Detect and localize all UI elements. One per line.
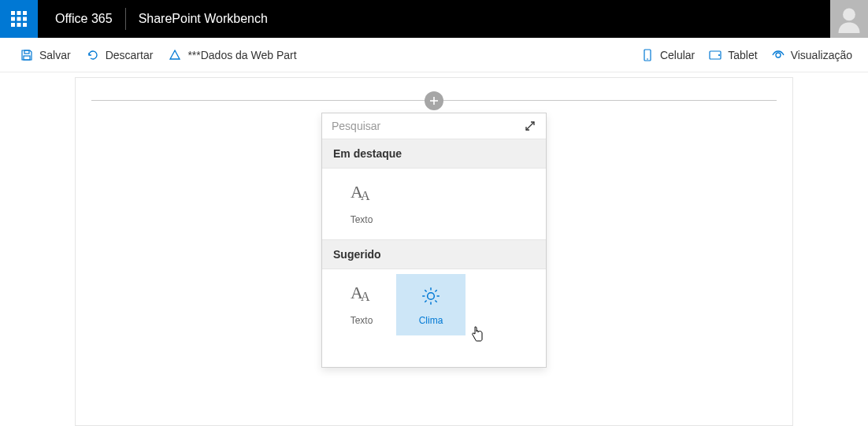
svg-point-15	[719, 54, 720, 55]
text-icon: AA	[349, 183, 374, 208]
svg-rect-8	[23, 23, 27, 27]
tablet-view-button[interactable]: Tablet	[709, 49, 757, 61]
svg-rect-11	[24, 50, 29, 54]
svg-rect-0	[11, 11, 15, 15]
svg-rect-2	[23, 11, 27, 15]
webpart-text-label: Texto	[351, 315, 373, 326]
text-icon: AA	[349, 283, 374, 309]
add-webpart-button[interactable]	[425, 91, 443, 110]
webpart-toolbox: Em destaque AA Texto Sugerido AA Texto	[321, 113, 547, 368]
mobile-icon	[641, 49, 654, 61]
webpart-text-label: Texto	[351, 214, 373, 225]
svg-rect-1	[17, 11, 21, 15]
svg-line-26	[425, 300, 426, 302]
svg-rect-7	[17, 23, 21, 27]
save-icon	[20, 49, 33, 61]
command-bar: Salvar Descartar ***Dados da Web Part Ce…	[0, 38, 868, 72]
preview-icon	[772, 49, 785, 61]
tablet-icon	[709, 49, 721, 61]
undo-icon	[87, 49, 99, 61]
webpart-weather[interactable]: Clima	[396, 274, 466, 335]
webpart-data-button[interactable]: ***Dados da Web Part	[169, 49, 296, 61]
person-icon	[835, 5, 863, 33]
suite-bar: Office 365 SharePoint Workbench	[0, 0, 868, 38]
plus-icon	[428, 95, 440, 106]
svg-point-9	[843, 9, 855, 21]
suggested-items: AA Texto	[322, 269, 546, 367]
featured-items: AA Texto	[322, 169, 546, 239]
svg-point-16	[776, 53, 781, 57]
svg-rect-3	[11, 17, 15, 21]
svg-rect-6	[11, 23, 15, 27]
sun-icon	[421, 283, 441, 309]
svg-point-19	[428, 293, 435, 300]
svg-line-25	[435, 300, 436, 302]
user-avatar[interactable]	[830, 0, 868, 38]
webpart-text-featured[interactable]: AA Texto	[327, 173, 396, 235]
search-input[interactable]	[332, 120, 524, 132]
canvas-wrap: Em destaque AA Texto Sugerido AA Texto	[0, 72, 868, 426]
toolbox-search-row	[322, 113, 546, 139]
discard-button[interactable]: Descartar	[87, 49, 154, 61]
save-label: Salvar	[39, 49, 71, 61]
svg-rect-10	[24, 56, 30, 60]
preview-label: Visualização	[791, 49, 852, 61]
svg-rect-5	[23, 17, 27, 21]
suggested-group-header: Sugerido	[322, 239, 546, 269]
section-divider	[91, 100, 777, 101]
expand-icon[interactable]	[524, 120, 536, 132]
mobile-view-button[interactable]: Celular	[641, 49, 695, 61]
brand-label[interactable]: Office 365	[38, 0, 125, 38]
page-canvas: Em destaque AA Texto Sugerido AA Texto	[75, 77, 793, 426]
svg-line-24	[425, 290, 426, 291]
webpart-data-label: ***Dados da Web Part	[187, 49, 296, 61]
mobile-label: Celular	[660, 49, 695, 61]
discard-label: Descartar	[106, 49, 154, 61]
svg-rect-4	[17, 17, 21, 21]
tablet-label: Tablet	[728, 49, 757, 61]
app-title: SharePoint Workbench	[126, 12, 268, 26]
featured-group-header: Em destaque	[322, 139, 546, 169]
webpart-text-suggested[interactable]: AA Texto	[327, 274, 396, 335]
save-button[interactable]: Salvar	[20, 49, 71, 61]
waffle-icon	[11, 11, 27, 27]
triangle-icon	[169, 49, 181, 61]
preview-button[interactable]: Visualização	[772, 49, 852, 61]
svg-line-27	[435, 290, 436, 291]
webpart-weather-label: Clima	[419, 315, 443, 326]
app-launcher-button[interactable]	[0, 0, 38, 38]
